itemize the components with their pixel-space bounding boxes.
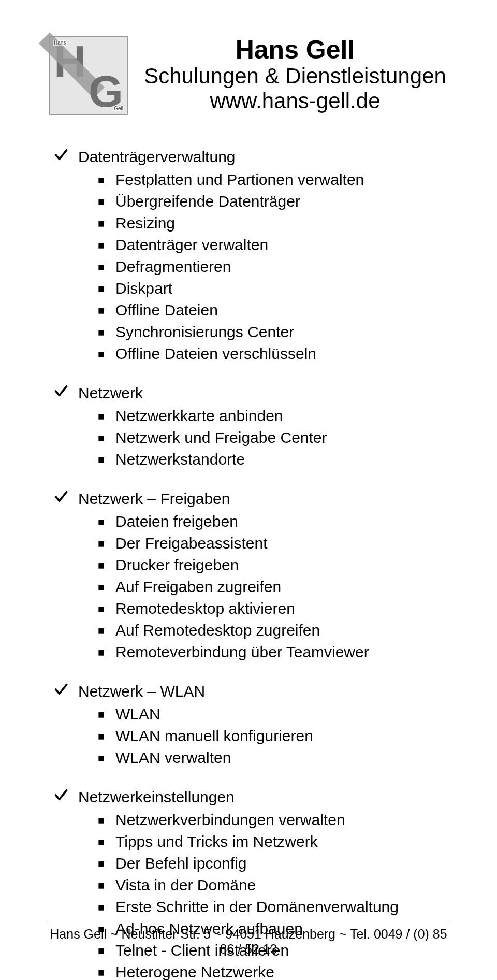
list-item: ■Der Freigabeassistent <box>49 532 448 554</box>
section-title: Netzwerk – Freigaben <box>78 488 230 510</box>
logo-label-gell: Gell <box>113 106 124 111</box>
list-item-label: Netzwerkkarte anbinden <box>115 405 283 427</box>
square-bullet-icon: ■ <box>98 430 108 446</box>
list-item-label: Festplatten und Partionen verwalten <box>115 169 364 191</box>
square-bullet-icon: ■ <box>98 645 108 661</box>
list-item-label: Diskpart <box>115 278 172 299</box>
square-bullet-icon: ■ <box>98 409 108 425</box>
square-bullet-icon: ■ <box>98 536 108 552</box>
list-item-label: Vista in der Domäne <box>115 874 256 896</box>
square-bullet-icon: ■ <box>98 834 108 851</box>
list-item-label: Heterogene Netzwerke <box>115 961 274 980</box>
square-bullet-icon: ■ <box>98 514 108 530</box>
list-item-label: WLAN verwalten <box>115 747 231 769</box>
square-bullet-icon: ■ <box>98 965 108 980</box>
square-bullet-icon: ■ <box>98 813 108 829</box>
list-item-label: Erste Schritte in der Domänenverwaltung <box>115 896 399 918</box>
list-item-label: Netzwerk und Freigabe Center <box>115 427 327 449</box>
list-item: ■Synchronisierungs Center <box>49 321 448 343</box>
document-header: H G Hans Gell Hans Gell Schulungen & Die… <box>49 36 448 115</box>
square-bullet-icon: ■ <box>98 900 108 916</box>
list-item: ■Erste Schritte in der Domänenverwaltung <box>49 896 448 918</box>
square-bullet-icon: ■ <box>98 601 108 617</box>
section: Netzwerk – WLAN■WLAN■WLAN manuell konfig… <box>49 681 448 769</box>
list-item: ■Tipps und Tricks im Netzwerk <box>49 831 448 853</box>
section-title-row: Datenträgerverwaltung <box>49 146 448 168</box>
section-title: Datenträgerverwaltung <box>78 146 236 168</box>
check-icon <box>53 148 71 162</box>
list-item: ■Auf Freigaben zugreifen <box>49 576 448 598</box>
content-body: Datenträgerverwaltung■Festplatten und Pa… <box>49 146 448 980</box>
page: H G Hans Gell Hans Gell Schulungen & Die… <box>0 0 497 980</box>
section-title-row: Netzwerkeinstellungen <box>49 786 448 808</box>
list-item-label: Netzwerkstandorte <box>115 449 245 470</box>
list-item-label: Auf Freigaben zugreifen <box>115 576 281 598</box>
list-item-label: Der Freigabeassistent <box>115 532 267 554</box>
square-bullet-icon: ■ <box>98 216 108 232</box>
square-bullet-icon: ■ <box>98 751 108 767</box>
square-bullet-icon: ■ <box>98 325 108 341</box>
list-item: ■WLAN manuell konfigurieren <box>49 725 448 747</box>
list-item-label: Der Befehl ipconfig <box>115 853 246 874</box>
footer: Hans Gell ~ Neustifter Str. 5 ~ 94051 Ha… <box>49 924 448 957</box>
square-bullet-icon: ■ <box>98 260 108 276</box>
logo-label-hans: Hans <box>53 40 67 46</box>
list-item-label: Defragmentieren <box>115 256 231 278</box>
list-item-label: Remoteverbindung über Teamviewer <box>115 641 369 663</box>
list-item-label: Remotedesktop aktivieren <box>115 598 295 619</box>
section: Netzwerk – Freigaben■Dateien freigeben■D… <box>49 488 448 663</box>
list-item: ■WLAN verwalten <box>49 747 448 769</box>
title-url: www.hans-gell.de <box>142 89 448 113</box>
list-item-label: Drucker freigeben <box>115 554 239 576</box>
list-item-label: WLAN <box>115 703 160 725</box>
section-title-row: Netzwerk – WLAN <box>49 681 448 702</box>
list-item: ■Resizing <box>49 212 448 234</box>
square-bullet-icon: ■ <box>98 623 108 639</box>
square-bullet-icon: ■ <box>98 281 108 297</box>
list-item: ■Netzwerk und Freigabe Center <box>49 427 448 449</box>
square-bullet-icon: ■ <box>98 707 108 723</box>
list-item: ■Heterogene Netzwerke <box>49 961 448 980</box>
title-subtitle: Schulungen & Dienstleistungen <box>142 64 448 89</box>
list-item: ■Übergreifende Datenträger <box>49 191 448 212</box>
list-item: ■Dateien freigeben <box>49 511 448 532</box>
section-title: Netzwerk – WLAN <box>78 681 205 702</box>
list-item-label: Resizing <box>115 212 175 234</box>
list-item: ■Auf Remotedesktop zugreifen <box>49 619 448 641</box>
title-block: Hans Gell Schulungen & Dienstleistungen … <box>142 36 448 113</box>
list-item: ■Netzwerkstandorte <box>49 449 448 470</box>
logo: H G Hans Gell <box>49 36 128 115</box>
square-bullet-icon: ■ <box>98 580 108 596</box>
section-title-row: Netzwerk – Freigaben <box>49 488 448 510</box>
list-item: ■Diskpart <box>49 278 448 299</box>
list-item: ■Datenträger verwalten <box>49 234 448 256</box>
list-item-label: WLAN manuell konfigurieren <box>115 725 313 747</box>
list-item-label: Dateien freigeben <box>115 511 238 532</box>
list-item: ■Remotedesktop aktivieren <box>49 598 448 619</box>
square-bullet-icon: ■ <box>98 194 108 210</box>
title-main: Hans Gell <box>142 36 448 64</box>
list-item: ■Vista in der Domäne <box>49 874 448 896</box>
section-title: Netzwerk <box>78 382 143 404</box>
square-bullet-icon: ■ <box>98 303 108 319</box>
square-bullet-icon: ■ <box>98 729 108 745</box>
check-icon <box>53 788 71 802</box>
square-bullet-icon: ■ <box>98 347 108 363</box>
check-icon <box>53 384 71 398</box>
list-item: ■Drucker freigeben <box>49 554 448 576</box>
check-icon <box>53 682 71 697</box>
list-item: ■Remoteverbindung über Teamviewer <box>49 641 448 663</box>
section-title-row: Netzwerk <box>49 382 448 404</box>
list-item-label: Offline Dateien verschlüsseln <box>115 343 316 365</box>
list-item-label: Auf Remotedesktop zugreifen <box>115 619 320 641</box>
square-bullet-icon: ■ <box>98 452 108 468</box>
list-item-label: Übergreifende Datenträger <box>115 191 300 212</box>
list-item: ■Festplatten und Partionen verwalten <box>49 169 448 191</box>
list-item-label: Netzwerkverbindungen verwalten <box>115 809 345 831</box>
list-item: ■Netzwerkkarte anbinden <box>49 405 448 427</box>
list-item-label: Synchronisierungs Center <box>115 321 294 343</box>
list-item-label: Tipps und Tricks im Netzwerk <box>115 831 318 853</box>
list-item: ■Offline Dateien verschlüsseln <box>49 343 448 365</box>
square-bullet-icon: ■ <box>98 878 108 894</box>
square-bullet-icon: ■ <box>98 238 108 254</box>
